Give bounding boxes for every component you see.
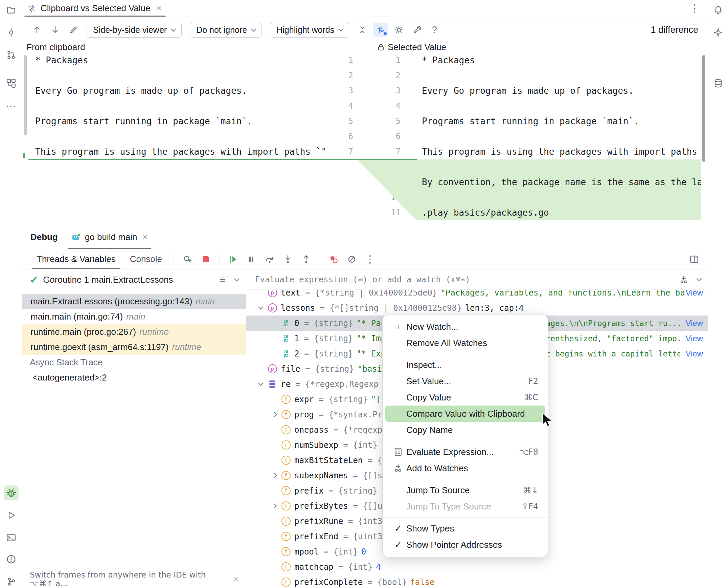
tab-options-kebab-icon[interactable]: ⋮ bbox=[689, 2, 700, 14]
menu-item-show-types[interactable]: ✓Show Types bbox=[385, 520, 545, 537]
stop-button[interactable] bbox=[198, 252, 214, 267]
run-tool-icon[interactable] bbox=[4, 508, 19, 523]
git-branch-icon[interactable] bbox=[4, 574, 19, 587]
collapse-unchanged-icon[interactable] bbox=[355, 23, 370, 37]
highlight-mode-dropdown[interactable]: Highlight words bbox=[270, 22, 349, 38]
tab-console[interactable]: Console bbox=[124, 249, 168, 269]
menu-item-jump-to-source[interactable]: Jump To Source⌘↓ bbox=[385, 482, 545, 498]
problems-tool-icon[interactable] bbox=[4, 552, 19, 567]
chevron-collapsed-icon[interactable] bbox=[268, 474, 280, 477]
evaluate-history-chevron-icon[interactable] bbox=[697, 276, 702, 281]
variable-row[interactable]: plessons = {*[]string | 0x14000125c98}le… bbox=[246, 300, 708, 316]
more-tool-windows-icon[interactable]: ⋯ bbox=[4, 98, 19, 113]
pause-button[interactable] bbox=[243, 252, 259, 267]
step-into-icon[interactable] bbox=[280, 252, 296, 267]
right-scrollbar[interactable] bbox=[701, 51, 708, 225]
menu-item-jump-to-type-source[interactable]: Jump To Type Source⇧F4 bbox=[385, 498, 545, 515]
stack-frame[interactable]: runtime.main (proc.go:267)runtime bbox=[22, 324, 246, 340]
view-breakpoints-icon[interactable] bbox=[325, 252, 342, 267]
commit-icon[interactable] bbox=[4, 25, 19, 40]
diff-right-editor[interactable]: * PackagesEvery Go program is made up of… bbox=[417, 51, 701, 225]
goroutine-header[interactable]: ✓ Goroutine 1 main.ExtractLessons ≡ bbox=[22, 269, 246, 290]
database-icon[interactable] bbox=[711, 76, 726, 91]
project-folder-icon[interactable] bbox=[4, 3, 19, 18]
variable-type: {*regexp bbox=[343, 425, 383, 435]
menu-item-inspect[interactable]: Inspect... bbox=[385, 357, 545, 373]
goroutine-dropdown-chevron-icon[interactable] bbox=[234, 276, 240, 281]
line-number: 5 bbox=[335, 114, 365, 129]
chevron-collapsed-icon[interactable] bbox=[268, 413, 280, 416]
diff-editor-tab[interactable]: Clipboard vs Selected Value × bbox=[22, 0, 168, 17]
chevron-expanded-icon[interactable] bbox=[254, 382, 267, 386]
frame-package: main bbox=[126, 311, 145, 322]
diff-left-editor[interactable]: * PackagesEvery Go program is made up of… bbox=[28, 51, 335, 225]
variable-type: {*syntax.Pro bbox=[328, 410, 387, 419]
threads-view-icon[interactable]: ≡ bbox=[220, 274, 225, 285]
debug-session-tab[interactable]: go build main × bbox=[67, 225, 153, 249]
menu-item-set-value[interactable]: Set Value...F2 bbox=[385, 373, 545, 389]
previous-difference-button[interactable] bbox=[29, 23, 45, 37]
terminal-tool-icon[interactable] bbox=[4, 530, 19, 545]
menu-item-evaluate-expression[interactable]: Evaluate Expression...⌥F8 bbox=[385, 444, 545, 460]
menu-item-compare-value-with-clipboard[interactable]: Compare Value with Clipboard bbox=[385, 406, 545, 422]
external-tools-icon[interactable] bbox=[409, 23, 425, 37]
ignore-policy-label: Do not ignore bbox=[196, 25, 247, 35]
menu-item-remove-all-watches[interactable]: Remove All Watches bbox=[385, 335, 545, 351]
view-link[interactable]: View bbox=[685, 334, 703, 343]
viewer-mode-dropdown[interactable]: Side-by-side viewer bbox=[87, 22, 182, 38]
chevron-expanded-icon[interactable] bbox=[254, 306, 267, 310]
variable-row[interactable]: fprefixComplete = {bool}false bbox=[246, 574, 708, 587]
menu-item-new-watch[interactable]: +New Watch... bbox=[385, 319, 545, 335]
notifications-bell-icon[interactable] bbox=[711, 3, 726, 18]
stack-frame[interactable]: main.ExtractLessons (processing.go:143)m… bbox=[22, 294, 246, 309]
variable-row[interactable]: fmatchcap = {int}4 bbox=[246, 559, 708, 574]
variable-type: {string} bbox=[338, 486, 378, 496]
structure-icon[interactable] bbox=[4, 76, 19, 91]
mute-breakpoints-icon[interactable] bbox=[344, 252, 360, 267]
menu-item-copy-name[interactable]: Copy Name bbox=[385, 422, 545, 438]
debug-options-kebab-icon[interactable]: ⋮ bbox=[362, 252, 378, 267]
session-close-icon[interactable]: × bbox=[143, 232, 148, 242]
scrollbar-thumb[interactable] bbox=[24, 55, 27, 135]
tab-threads-variables[interactable]: Threads & Variables bbox=[30, 249, 122, 269]
async-stack-frame[interactable]: <autogenerated>:2 bbox=[22, 370, 246, 385]
help-icon[interactable]: ? bbox=[428, 24, 441, 35]
tab-close-icon[interactable]: × bbox=[157, 3, 162, 14]
variable-type: {string} bbox=[314, 334, 353, 343]
next-difference-button[interactable] bbox=[47, 23, 63, 37]
add-watch-icon[interactable] bbox=[679, 275, 688, 284]
revert-chevrons-icon[interactable]: « bbox=[408, 159, 414, 175]
settings-gear-icon[interactable] bbox=[391, 23, 407, 37]
view-link[interactable]: View bbox=[685, 349, 703, 358]
debug-tool-icon[interactable] bbox=[4, 485, 19, 500]
layout-settings-icon[interactable] bbox=[686, 252, 702, 267]
chevron-collapsed-icon[interactable] bbox=[268, 504, 280, 508]
go-build-icon bbox=[71, 233, 81, 242]
step-over-icon[interactable] bbox=[261, 252, 278, 267]
hint-close-icon[interactable]: × bbox=[233, 574, 238, 584]
diff-toolbar: Side-by-side viewer Do not ignore Highli… bbox=[22, 17, 708, 43]
menu-item-add-to-watches[interactable]: Add to Watches bbox=[385, 460, 545, 476]
frame-label: runtime.main (proc.go:267) bbox=[30, 327, 136, 337]
ai-assistant-icon[interactable] bbox=[711, 25, 726, 40]
stack-frame[interactable]: main.main (main.go:74)main bbox=[22, 309, 246, 324]
resume-button[interactable] bbox=[225, 252, 241, 267]
main-area: Clipboard vs Selected Value × ⋮ Side-by-… bbox=[22, 0, 708, 587]
stack-frame[interactable]: runtime.goexit (asm_arm64.s:1197)runtime bbox=[22, 340, 246, 355]
search-rerun-icon[interactable] bbox=[179, 252, 196, 267]
menu-item-show-pointer-addresses[interactable]: ✓Show Pointer Addresses bbox=[385, 537, 545, 553]
step-out-icon[interactable] bbox=[298, 252, 314, 267]
synchronize-scrolling-icon[interactable] bbox=[373, 23, 388, 37]
line-number: 5 bbox=[365, 114, 417, 129]
ignore-policy-dropdown[interactable]: Do not ignore bbox=[190, 22, 262, 38]
edit-icon[interactable] bbox=[66, 23, 81, 37]
variable-type: {string} bbox=[314, 349, 353, 358]
view-link[interactable]: View bbox=[685, 319, 703, 328]
frames-panel: ✓ Goroutine 1 main.ExtractLessons ≡ main… bbox=[22, 269, 246, 587]
scrollbar-thumb[interactable] bbox=[702, 55, 705, 162]
menu-item-copy-value[interactable]: Copy Value⌘C bbox=[385, 389, 545, 406]
left-scrollbar[interactable] bbox=[22, 51, 28, 225]
pull-request-icon[interactable] bbox=[4, 47, 19, 62]
diff-line: Every Go program is made up of packages. bbox=[28, 83, 335, 99]
evaluate-expression-bar[interactable]: Evaluate expression (⏎) or add a watch (… bbox=[246, 269, 708, 290]
